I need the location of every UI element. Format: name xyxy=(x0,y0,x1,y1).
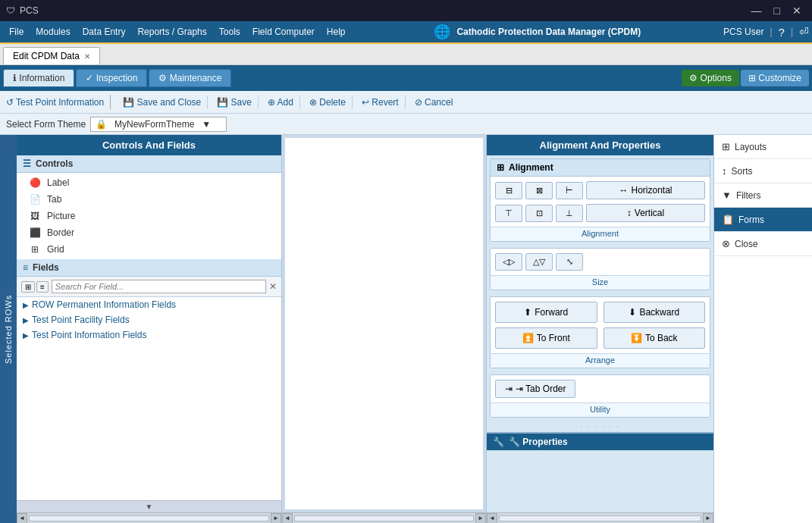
tab-bar: Edit CPDM Data ✕ xyxy=(0,44,812,65)
field-tree-row-permanent[interactable]: ▶ ROW Permanent Information Fields xyxy=(17,297,281,312)
size-row: ◁▷ △▽ ⤡ xyxy=(495,253,705,271)
fields-section: ⊞ ≡ ✕ ▶ ROW Permanent Information Fields… xyxy=(17,277,281,512)
grid-view-btn[interactable]: ⊞ xyxy=(21,281,35,293)
options-button[interactable]: ⚙ Options xyxy=(682,70,739,86)
alignment-buttons: ⊟ ⊠ ⊢ ↔ Horizontal ⊤ ⊡ xyxy=(491,177,710,227)
toolbar: ℹ Information ✓ Inspection ⚙ Maintenance… xyxy=(0,65,812,91)
form-theme-select[interactable]: 🔒 MyNewFormTheme ▼ xyxy=(90,117,227,132)
right-scroll-left[interactable]: ◄ xyxy=(487,513,497,524)
tab-close-icon[interactable]: ✕ xyxy=(84,52,90,61)
dropdown-arrow-icon: ▼ xyxy=(202,119,211,130)
close-button[interactable]: ✕ xyxy=(788,3,806,18)
search-clear-btn[interactable]: ✕ xyxy=(269,281,277,292)
arrange-row-2: ⏫ To Front ⏬ To Back xyxy=(495,327,705,349)
save-close-button[interactable]: 💾 Save and Close xyxy=(117,96,208,109)
search-input[interactable] xyxy=(52,280,266,293)
properties-label: 🔧 Properties xyxy=(509,437,568,447)
controls-h-scrollbar: ◄ ► xyxy=(17,512,281,523)
field-scroll-down-arrow[interactable]: ▼ xyxy=(17,500,281,512)
menu-help[interactable]: Help xyxy=(321,23,352,40)
to-back-btn[interactable]: ⏬ To Back xyxy=(604,327,706,349)
align-vertical-btn[interactable]: ↕ Vertical xyxy=(586,204,705,222)
field-tree-tp-facility[interactable]: ▶ Test Point Facility Fields xyxy=(17,312,281,327)
add-button[interactable]: ⊕ Add xyxy=(262,96,300,109)
controls-panel-header: Controls And Fields xyxy=(17,135,281,155)
tab-maintenance[interactable]: ⚙ Maintenance xyxy=(149,69,231,87)
minimize-button[interactable]: — xyxy=(747,3,767,18)
size-both-btn[interactable]: ⤡ xyxy=(556,253,583,271)
size-label: Size xyxy=(491,275,710,290)
align-bottom-btn[interactable]: ⊥ xyxy=(556,205,583,222)
customize-button[interactable]: ⊞ Customize xyxy=(741,70,809,86)
control-border[interactable]: ⬛ Border xyxy=(17,224,281,241)
backward-btn[interactable]: ⬇ Backward xyxy=(604,302,706,323)
menu-bar: File Modules Data Entry Reports / Graphs… xyxy=(0,21,812,44)
menu-tools[interactable]: Tools xyxy=(213,23,246,40)
align-top-btn[interactable]: ⊤ xyxy=(495,205,522,222)
size-height-btn[interactable]: △▽ xyxy=(525,253,553,271)
edit-cpdm-tab[interactable]: Edit CPDM Data ✕ xyxy=(3,47,100,64)
app-full-title: Cathodic Protection Data Manager (CPDM) xyxy=(456,27,641,37)
options-side-panel: ⊞ Layouts ↕ Sorts ▼ Filters 📋 Forms ⊗ xyxy=(713,135,812,523)
menu-field-computer[interactable]: Field Computer xyxy=(246,23,321,40)
save-button[interactable]: 💾 Save xyxy=(211,96,259,109)
options-forms[interactable]: 📋 Forms xyxy=(714,208,812,232)
control-grid[interactable]: ⊞ Grid xyxy=(17,241,281,258)
align-center-btn[interactable]: ⊠ xyxy=(525,182,553,199)
control-picture[interactable]: 🖼 Picture xyxy=(17,208,281,224)
menu-file[interactable]: File xyxy=(3,23,30,40)
app-logo: 🛡 xyxy=(6,5,15,16)
canvas-scroll-left[interactable]: ◄ xyxy=(282,513,293,524)
forward-btn[interactable]: ⬆ Forward xyxy=(495,302,597,323)
field-tree-tp-info[interactable]: ▶ Test Point Information Fields xyxy=(17,327,281,343)
to-front-btn[interactable]: ⏫ To Front xyxy=(495,327,597,349)
app-title: PCS xyxy=(20,5,39,16)
align-middle-btn[interactable]: ⊡ xyxy=(525,205,553,222)
align-horizontal-btn[interactable]: ↔ Horizontal xyxy=(586,181,705,199)
tab-order-btn[interactable]: ⇥ ⇥ Tab Order xyxy=(495,380,575,398)
options-close[interactable]: ⊗ Close xyxy=(714,232,812,256)
menu-modules[interactable]: Modules xyxy=(30,23,76,40)
controls-section-label: Controls xyxy=(36,158,73,169)
drag-handle[interactable]: · · · · · · xyxy=(487,421,713,432)
utility-section: ⇥ ⇥ Tab Order Utility xyxy=(490,374,710,418)
menu-data-entry[interactable]: Data Entry xyxy=(77,23,132,40)
size-width-btn[interactable]: ◁▷ xyxy=(495,253,522,271)
tab-information[interactable]: ℹ Information xyxy=(3,69,74,87)
options-layouts[interactable]: ⊞ Layouts xyxy=(714,135,812,159)
canvas-area[interactable] xyxy=(285,138,483,509)
scroll-right-arrow[interactable]: ► xyxy=(271,513,281,524)
properties-header: 🔧 🔧 Properties xyxy=(487,434,713,450)
right-scroll-right[interactable]: ► xyxy=(703,513,713,524)
canvas-scroll-right[interactable]: ► xyxy=(475,513,486,524)
scroll-left-arrow[interactable]: ◄ xyxy=(17,513,27,524)
alignment-grid-icon: ⊞ xyxy=(497,162,504,173)
arrange-section: ⬆ Forward ⬇ Backward ⏫ xyxy=(490,296,710,368)
control-label[interactable]: 🔴 Label xyxy=(17,174,281,191)
help-button[interactable]: ? xyxy=(779,26,785,39)
menu-reports-graphs[interactable]: Reports / Graphs xyxy=(131,23,212,40)
picture-icon: 🖼 xyxy=(29,210,41,222)
maximize-button[interactable]: □ xyxy=(770,3,785,18)
field-tree: ▶ ROW Permanent Information Fields ▶ Tes… xyxy=(17,297,281,500)
delete-button[interactable]: ⊗ Delete xyxy=(303,96,353,109)
control-tab[interactable]: 📄 Tab xyxy=(17,191,281,208)
options-filters[interactable]: ▼ Filters xyxy=(714,183,812,208)
cancel-button[interactable]: ⊘ Cancel xyxy=(409,96,459,109)
align-left-btn[interactable]: ⊟ xyxy=(495,182,522,199)
globe-icon: 🌐 xyxy=(434,23,450,40)
canvas-scroll-track xyxy=(294,515,474,521)
arrange-row-1: ⬆ Forward ⬇ Backward xyxy=(495,302,705,323)
exit-button[interactable]: ⏎ xyxy=(799,25,809,39)
list-view-btn[interactable]: ≡ xyxy=(36,281,49,293)
layouts-icon: ⊞ xyxy=(722,141,730,152)
revert-button[interactable]: ↩ Revert xyxy=(356,96,406,109)
right-panel-content: ⊞ Alignment ⊟ ⊠ ⊢ ↔ Horizontal xyxy=(487,155,713,512)
control-list: 🔴 Label 📄 Tab 🖼 Picture ⬛ Border xyxy=(17,173,281,259)
options-sorts[interactable]: ↕ Sorts xyxy=(714,159,812,183)
tab-order-icon: ⇥ xyxy=(505,384,513,394)
align-right-btn[interactable]: ⊢ xyxy=(556,182,583,199)
workspace: Selected ROWs Controls And Fields ☰ Cont… xyxy=(0,135,812,523)
arrange-label: Arrange xyxy=(491,353,710,368)
tab-inspection[interactable]: ✓ Inspection xyxy=(76,69,147,87)
